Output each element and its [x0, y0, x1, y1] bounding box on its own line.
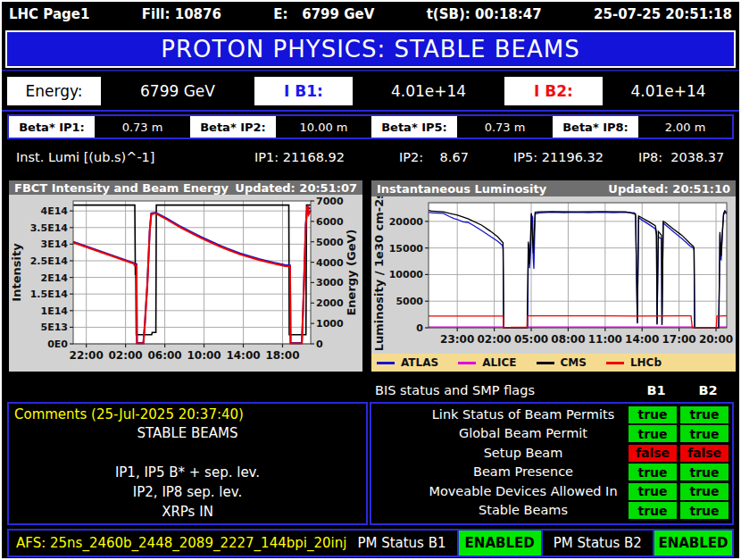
- beam-energy: E: 6799 GeV: [273, 6, 374, 22]
- time-in-stable-beams: t(SB): 00:18:47: [427, 6, 542, 22]
- lumi-ip2: IP2: 8.67: [399, 150, 469, 164]
- mode-banner-title: PROTON PHYSICS: STABLE BEAMS: [161, 36, 579, 63]
- beta-ip2-label: Beta* IP2:: [190, 116, 276, 138]
- comment-line: [14, 443, 361, 463]
- bis-flag-b1: true: [629, 425, 677, 442]
- charts-row: FBCT Intensity and Beam Energy Updated: …: [9, 180, 732, 372]
- luminosity-chart-panel: Instantaneous Luminosity Updated: 20:51:…: [371, 180, 736, 372]
- fbct-chart-titlebar: FBCT Intensity and Beam Energy Updated: …: [9, 180, 362, 195]
- svg-text:14:00: 14:00: [625, 333, 659, 346]
- bis-flag-b1: true: [629, 483, 677, 500]
- bis-row-label: Stable Beams: [425, 503, 621, 517]
- comments-title: Comments (25-Jul-2025 20:37:40): [14, 406, 361, 422]
- comment-line: STABLE BEAMS: [14, 423, 361, 443]
- svg-text:Energy (GeV): Energy (GeV): [345, 229, 358, 315]
- pm-status-b2-label: PM Status B2: [543, 535, 653, 551]
- beta-ip5-label: Beta* IP5:: [371, 116, 457, 138]
- svg-text:Luminosity / 1e30 cm-2s-1: Luminosity / 1e30 cm-2s-1: [372, 196, 386, 350]
- beta-ip1-value: 0.73 m: [95, 116, 190, 138]
- svg-text:17:00: 17:00: [662, 333, 696, 346]
- bis-row: Setup Beam false false: [371, 445, 732, 464]
- pm-status-b2-value: ENABLED: [653, 531, 732, 556]
- energy-label: Energy:: [7, 77, 101, 105]
- svg-text:08:00: 08:00: [551, 333, 585, 346]
- svg-text:5000: 5000: [395, 296, 423, 307]
- app-title: LHC Page1: [9, 6, 89, 22]
- legend-entry-cms: CMS: [537, 356, 587, 369]
- inst-lumi-row: Inst. Lumi [(ub.s)^-1] IP1: 21168.92 IP2…: [2, 139, 739, 177]
- comments-box: Comments (25-Jul-2025 20:37:40) STABLE B…: [7, 402, 368, 525]
- fbct-chart-updated: Updated: 20:51:07: [235, 181, 357, 195]
- bis-row-label: Link Status of Beam Permits: [425, 407, 621, 422]
- svg-text:23:00: 23:00: [440, 333, 474, 346]
- fbct-chart: 22:0002:0006:0010:0014:0018:000E05E131E1…: [9, 195, 362, 372]
- svg-text:0: 0: [316, 339, 323, 350]
- luminosity-chart-updated: Updated: 20:51:10: [608, 182, 730, 196]
- pm-status-b1-label: PM Status B1: [346, 535, 456, 551]
- bis-row: Global Beam Permit true true: [371, 425, 732, 444]
- bis-flags-box: Link Status of Beam Permits true true Gl…: [370, 402, 734, 525]
- fbct-chart-svg: 22:0002:0006:0010:0014:0018:000E05E131E1…: [9, 195, 362, 368]
- svg-text:15000: 15000: [389, 243, 424, 255]
- beta-ip2-value: 10.00 m: [276, 116, 371, 138]
- svg-text:1E14: 1E14: [41, 305, 69, 317]
- beta-ip5-value: 0.73 m: [457, 116, 553, 138]
- legend-label: ALICE: [482, 356, 516, 369]
- bis-header-row: BIS status and SMP flags B1 B2: [7, 382, 734, 400]
- lhc-page1-window: LHC Page1 Fill: 10876 E: 6799 GeV t(SB):…: [0, 0, 741, 560]
- bis-flag-b2: true: [680, 464, 729, 481]
- svg-text:4000: 4000: [316, 257, 344, 269]
- svg-text:2.5E14: 2.5E14: [30, 255, 69, 267]
- luminosity-chart-svg: 23:0002:0005:0008:0011:0014:0017:0020:00…: [371, 196, 736, 350]
- luminosity-chart: 23:0002:0005:0008:0011:0014:0017:0020:00…: [371, 196, 736, 354]
- svg-text:18:00: 18:00: [265, 349, 299, 362]
- svg-text:3.5E14: 3.5E14: [30, 222, 69, 234]
- mode-banner: PROTON PHYSICS: STABLE BEAMS: [5, 30, 736, 68]
- svg-text:1000: 1000: [316, 318, 344, 330]
- beta-star-row: Beta* IP1: 0.73 m Beta* IP2: 10.00 m Bet…: [7, 114, 734, 139]
- legend-label: CMS: [561, 356, 587, 369]
- legend-swatch: [377, 362, 395, 364]
- bis-title: BIS status and SMP flags: [375, 383, 535, 397]
- footer-bar: AFS: 25ns_2460b_2448_2089_2227_144bpi_20…: [7, 529, 734, 557]
- svg-text:10000: 10000: [389, 270, 424, 281]
- bis-row: Link Status of Beam Permits true true: [371, 406, 732, 425]
- beta-ip8-label: Beta* IP8:: [553, 116, 638, 138]
- svg-text:Intensity: Intensity: [10, 243, 23, 302]
- svg-text:5000: 5000: [316, 237, 344, 248]
- svg-text:6000: 6000: [316, 216, 344, 228]
- top-status-bar: LHC Page1 Fill: 10876 E: 6799 GeV t(SB):…: [2, 2, 739, 27]
- beta-ip1-label: Beta* IP1:: [9, 116, 95, 138]
- legend-entry-lhcb: LHCb: [606, 356, 662, 369]
- legend-entry-atlas: ATLAS: [377, 356, 438, 369]
- beta-ip8-value: 2.00 m: [638, 116, 732, 138]
- afs-scheme: AFS: 25ns_2460b_2448_2089_2227_144bpi_20…: [9, 535, 346, 551]
- svg-text:3E14: 3E14: [41, 238, 69, 250]
- svg-text:02:00: 02:00: [478, 333, 512, 346]
- svg-text:7000: 7000: [316, 196, 344, 207]
- svg-text:3000: 3000: [316, 277, 344, 288]
- bis-row-label: Setup Beam: [425, 446, 621, 460]
- bis-flag-b2: true: [680, 483, 729, 500]
- legend-entry-alice: ALICE: [458, 356, 516, 369]
- svg-text:5E13: 5E13: [41, 322, 68, 333]
- luminosity-chart-title: Instantaneous Luminosity: [377, 182, 546, 196]
- svg-text:06:00: 06:00: [147, 349, 181, 362]
- bis-flag-b2: true: [680, 425, 729, 442]
- svg-text:14:00: 14:00: [226, 349, 260, 362]
- bis-row-label: Global Beam Permit: [425, 426, 621, 440]
- svg-text:11:00: 11:00: [588, 333, 622, 346]
- svg-text:2000: 2000: [316, 297, 344, 309]
- lumi-ip8: IP8: 2038.37: [638, 150, 724, 164]
- comment-line: XRPs IN: [14, 502, 361, 522]
- bis-flag-b1: true: [629, 406, 677, 423]
- svg-text:0E0: 0E0: [47, 339, 68, 350]
- intensity-b2-label: I B2:: [504, 77, 603, 105]
- divider: [2, 110, 739, 112]
- svg-text:1.5E14: 1.5E14: [30, 288, 69, 300]
- legend-swatch: [537, 362, 554, 364]
- svg-text:22:00: 22:00: [70, 349, 104, 362]
- bis-row: Beam Presence true true: [371, 464, 732, 482]
- svg-text:02:00: 02:00: [109, 349, 143, 362]
- bis-row-label: Beam Presence: [425, 464, 621, 479]
